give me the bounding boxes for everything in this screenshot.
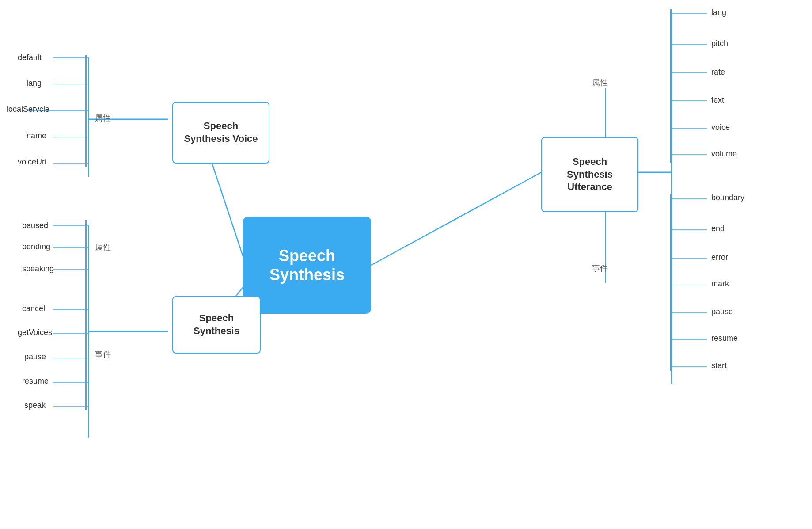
speech-synthesis-utterance-node: Speech Synthesis Utterance [541,137,638,212]
ss-attr-speaking: speaking [22,264,54,274]
speech-synthesis-voice-node: Speech Synthesis Voice [172,102,269,164]
speech-synthesis-node: Speech Synthesis [172,296,261,354]
ss-event-resume: resume [22,377,49,386]
svg-line-0 [208,150,243,256]
utt-event-pause: pause [711,307,733,316]
utt-attr-lang: lang [711,8,726,17]
voice-bracket-vert [85,55,87,167]
voice-attr-name: name [27,131,46,141]
ss-attr-paused: paused [22,221,48,230]
connector-lines [0,0,812,529]
utt-event-boundary: boundary [711,193,744,202]
voice-attr-default: default [18,53,42,62]
mindmap: Speech Synthesis Speech Synthesis Voice … [0,0,812,529]
utt-attr-text: text [711,95,724,105]
utt-evt-bracket-vert [670,194,672,371]
utt-event-error: error [711,253,728,262]
ss-events-label: 事件 [95,349,111,360]
ss-event-cancel: cancel [22,304,45,313]
voice-attr-localservcie: localServcie [7,105,49,114]
ss-attr-pending: pending [22,242,50,251]
ss-event-pause: pause [24,352,46,362]
ss-event-speak: speak [24,401,46,410]
utt-attr-pitch: pitch [711,39,728,48]
voice-attr-voiceuri: voiceUri [18,157,46,167]
center-node: Speech Synthesis [243,217,371,314]
utt-event-mark: mark [711,279,729,289]
utt-attr-bracket-vert [670,9,672,163]
ss-event-getvoices: getVoices [18,328,52,337]
utt-event-end: end [711,224,725,233]
utt-attr-voice: voice [711,123,730,132]
ss-bracket-vert [85,220,87,410]
utt-event-start: start [711,361,727,370]
utt-attr-volume: volume [711,149,737,159]
utt-attr-rate: rate [711,68,725,77]
ss-attributes-label: 属性 [95,242,111,253]
voice-attr-lang: lang [27,79,42,88]
utterance-attributes-label: 属性 [592,77,608,88]
utt-event-resume: resume [711,334,738,343]
utterance-events-label: 事件 [592,263,608,274]
voice-attributes-label: 属性 [95,113,111,123]
svg-line-2 [371,172,541,265]
